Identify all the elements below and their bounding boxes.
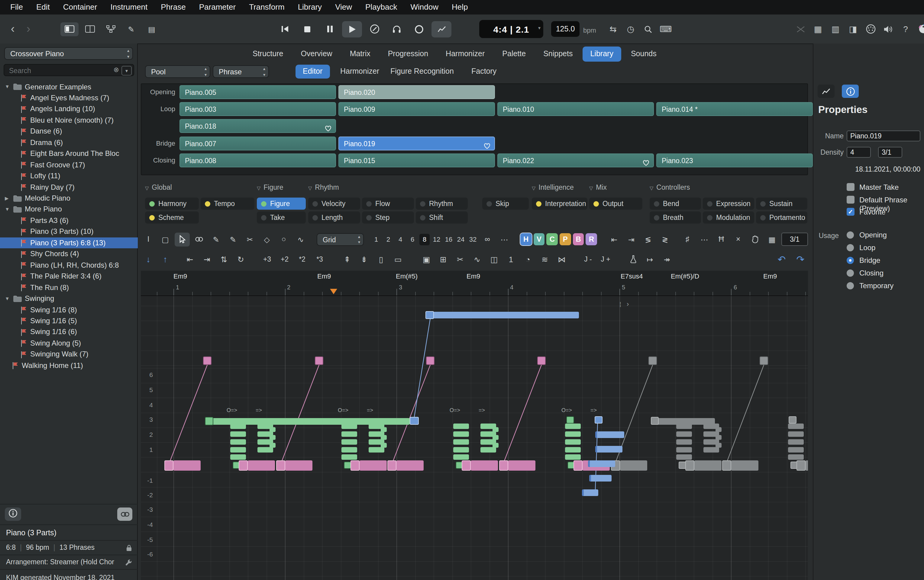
menu-help[interactable]: Help — [445, 0, 475, 15]
midi-button[interactable] — [863, 22, 878, 36]
tree-item[interactable]: Walking Home (11) — [0, 360, 138, 371]
tree-item[interactable]: Lofty (11) — [0, 171, 138, 181]
note-segment[interactable] — [230, 454, 246, 460]
note-segment[interactable] — [648, 356, 657, 365]
phrase-cell[interactable]: Piano.023 — [656, 153, 813, 167]
wrench-icon[interactable] — [125, 558, 132, 568]
note-segment[interactable] — [381, 427, 387, 432]
note-segment[interactable] — [239, 460, 248, 471]
routing-button[interactable] — [793, 22, 808, 36]
erase-tool[interactable]: ◇ — [259, 232, 274, 246]
density-ratio-input[interactable] — [878, 147, 902, 158]
jump-plus-button[interactable]: J + — [598, 253, 614, 265]
roll-drag-handle[interactable]: ⁞ — [619, 301, 621, 308]
phrase-cell[interactable]: Piano.020 — [338, 85, 495, 99]
timeline-ruler[interactable]: 123456 — [141, 283, 808, 296]
loop-toggle-button[interactable]: ⇆ — [606, 22, 620, 36]
phrase-cell[interactable]: Piano.015 — [338, 153, 495, 167]
param-breath[interactable]: Breath — [650, 211, 701, 224]
chord-label[interactable]: Em9 — [467, 272, 480, 280]
chord-label[interactable]: Em9 — [763, 272, 777, 280]
note-segment[interactable] — [788, 439, 804, 445]
note-segment[interactable] — [716, 435, 721, 440]
param-interpretation[interactable]: Interpretation — [532, 198, 587, 210]
octave-down-button[interactable]: ⇟ — [356, 252, 372, 266]
note-segment[interactable] — [565, 423, 581, 429]
split-tool[interactable]: ✂ — [243, 232, 257, 246]
note-segment[interactable] — [269, 443, 276, 448]
note-segment[interactable] — [410, 417, 419, 425]
note-segment[interactable] — [760, 356, 768, 365]
ibeam-tool[interactable]: I — [141, 232, 156, 246]
tree-item[interactable]: Swing Along (5) — [0, 338, 138, 349]
phrase-cell[interactable]: Piano.008 — [180, 153, 336, 167]
phrase-select[interactable]: Phrase ▴▾ — [213, 65, 269, 78]
note-segment[interactable] — [480, 447, 496, 453]
note-segment[interactable] — [731, 460, 758, 471]
smooth-button[interactable]: ≋ — [537, 252, 552, 266]
tree-item[interactable]: Swinging Walk (7) — [0, 349, 138, 360]
note-segment[interactable] — [595, 446, 622, 453]
device-button[interactable]: ▯ — [373, 252, 389, 266]
param-shift[interactable]: Shift — [416, 211, 468, 224]
note-segment[interactable] — [788, 432, 804, 437]
param-group-mix[interactable]: ▽Mix — [589, 184, 607, 191]
layer-p-button[interactable]: P — [559, 233, 571, 245]
note-segment[interactable] — [230, 447, 246, 453]
nav-forward-button[interactable]: › — [22, 22, 35, 36]
side-panel-button[interactable]: ◨ — [845, 22, 861, 36]
layer-v-button[interactable]: V — [533, 233, 544, 245]
note-segment[interactable] — [453, 439, 469, 445]
layer-c-button[interactable]: C — [546, 233, 558, 245]
note-segment[interactable] — [676, 447, 692, 453]
disclosure-open-icon[interactable]: ▼ — [5, 296, 10, 301]
record-button[interactable] — [409, 21, 429, 37]
note-segment[interactable] — [230, 432, 246, 437]
phrase-cell[interactable]: Piano.005 — [180, 85, 336, 99]
nudge-start-button[interactable]: ⇤ — [183, 252, 198, 266]
name-input[interactable] — [846, 130, 921, 142]
note-segment[interactable] — [797, 460, 805, 471]
stop-button[interactable] — [297, 21, 317, 37]
layout-split-button[interactable] — [81, 22, 99, 36]
disclosure-open-icon[interactable]: ▼ — [5, 207, 10, 212]
tree-folder[interactable]: ▼More Piano — [0, 204, 138, 215]
rotate-button[interactable]: ◔ — [520, 252, 535, 266]
param-harmony[interactable]: Harmony — [145, 198, 199, 210]
usage-radio-loop[interactable] — [846, 244, 854, 251]
grid-division-2[interactable]: 2 — [383, 234, 393, 245]
chord-label[interactable]: Em(#5)/D — [671, 272, 699, 280]
param-take[interactable]: Take — [257, 211, 306, 224]
transpose-plus2[interactable]: +2 — [277, 253, 292, 265]
usage-radio-bridge[interactable] — [846, 257, 854, 264]
menu-file[interactable]: File — [3, 0, 30, 15]
note-segment[interactable] — [388, 460, 396, 471]
lasso-tool[interactable]: ○ — [276, 232, 291, 246]
tree-folder[interactable]: ▼Generator Examples — [0, 82, 138, 92]
note-segment[interactable] — [595, 416, 602, 423]
order-desc-button[interactable]: ≷ — [657, 232, 673, 246]
tree-item[interactable]: Eight Bars Around The Bloc — [0, 148, 138, 159]
note-segment[interactable] — [537, 356, 546, 365]
octave-up-button[interactable]: ⇞ — [340, 252, 355, 266]
nav-back-button[interactable]: ‹ — [6, 22, 19, 36]
cycle-button[interactable]: ↻ — [233, 252, 248, 266]
chord-label[interactable]: Em(#5) — [396, 272, 417, 280]
disclosure-closed-icon[interactable]: ▶ — [5, 196, 8, 201]
undo-button[interactable]: ↶ — [774, 252, 789, 266]
density-input[interactable] — [846, 147, 871, 158]
note-segment[interactable] — [716, 427, 721, 432]
grid-division-16[interactable]: 16 — [444, 234, 454, 245]
phrase-cell[interactable]: Piano.007 — [180, 137, 336, 150]
chord-label[interactable]: Em9 — [173, 272, 187, 280]
tab-matrix[interactable]: Matrix — [342, 46, 378, 62]
menu-container[interactable]: Container — [56, 0, 104, 15]
param-expression[interactable]: Expression — [703, 198, 754, 210]
param-tempo[interactable]: Tempo — [201, 198, 254, 210]
musical-keyboard-button[interactable]: ⌨ — [658, 22, 673, 36]
note-segment[interactable] — [685, 460, 695, 471]
note-segment[interactable] — [565, 454, 581, 460]
note-segment[interactable] — [453, 454, 469, 460]
grid-division-1[interactable]: 1 — [371, 234, 381, 245]
audio-button[interactable] — [881, 22, 896, 36]
